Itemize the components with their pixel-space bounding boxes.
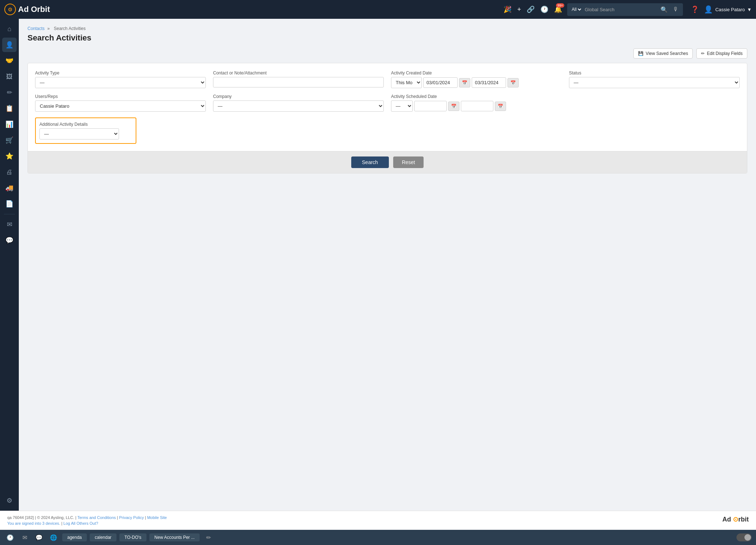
sidebar-item-delivery[interactable]: 🚚	[2, 181, 17, 195]
users-reps-group: Users/Reps Cassie Pataro	[35, 94, 206, 112]
activity-scheduled-start-calendar-button[interactable]: 📅	[448, 102, 459, 111]
sidebar-item-deals[interactable]: 🤝	[2, 53, 17, 68]
top-navigation: ⊙ Ad Orbit 🎉 + 🔗 🕐 🔔 99+ All 🔍 🎙 ❓ 👤 Cas…	[0, 0, 756, 19]
activity-type-label: Activity Type	[35, 70, 206, 76]
view-saved-label: View Saved Searches	[646, 51, 688, 56]
activity-created-start-input[interactable]	[423, 77, 458, 88]
sidebar-item-media[interactable]: 🖼	[2, 69, 17, 84]
footer-terms-link[interactable]: Terms and Conditions	[77, 515, 116, 520]
users-reps-select[interactable]: Cassie Pataro	[35, 100, 206, 112]
app-logo: ⊙ Ad Orbit	[4, 4, 50, 15]
search-submit-icon[interactable]: 🔍	[659, 5, 669, 14]
sidebar-item-orders[interactable]: 📋	[2, 101, 17, 116]
mic-icon[interactable]: 🎙	[671, 5, 680, 14]
footer-line-1: qa 76044 [182] | © 2024 Aysling, LLC. | …	[7, 515, 749, 520]
activity-created-end-calendar-button[interactable]: 📅	[507, 78, 519, 87]
status-select[interactable]: —	[569, 77, 740, 88]
footer-logout-link[interactable]: Log All Others Out?	[63, 521, 98, 525]
edit-display-fields-button[interactable]: ✏ Edit Display Fields	[696, 48, 747, 59]
company-select[interactable]: —	[213, 100, 384, 112]
contact-note-label: Contact or Note/Attachment	[213, 70, 384, 76]
sidebar-item-settings[interactable]: ⚙	[2, 493, 17, 508]
company-label: Company	[213, 94, 384, 99]
sidebar-item-mail[interactable]: ✉	[2, 217, 17, 232]
activity-created-end-input[interactable]	[472, 77, 506, 88]
breadcrumb: Contacts » Search Activities	[27, 26, 747, 31]
search-filter-select[interactable]: All	[570, 7, 582, 12]
sidebar-item-print[interactable]: 🖨	[2, 165, 17, 179]
sidebar-item-home[interactable]: ⌂	[2, 22, 17, 36]
user-menu[interactable]: 👤 Cassie Pataro ▼	[704, 5, 752, 14]
activity-scheduled-end-input[interactable]	[461, 101, 493, 111]
search-button[interactable]: Search	[351, 156, 389, 168]
taskbar-chat-icon[interactable]: 💬	[33, 532, 45, 543]
user-chevron-icon: ▼	[747, 7, 752, 12]
form-row-1: Activity Type — Contact or Note/Attachme…	[35, 70, 740, 88]
activity-created-preset-select[interactable]: This Mo	[391, 77, 422, 88]
contact-note-input[interactable]	[213, 77, 384, 87]
taskbar-edit-icon[interactable]: ✏	[203, 532, 214, 543]
activity-scheduled-preset-select[interactable]: —	[391, 100, 413, 112]
bottom-taskbar: 🕐 ✉ 💬 🌐 agenda calendar TO-DO's New Acco…	[0, 530, 756, 545]
footer: Ad ⊙rbit qa 76044 [182] | © 2024 Aysling…	[0, 511, 756, 530]
view-saved-searches-button[interactable]: 💾 View Saved Searches	[633, 48, 693, 59]
taskbar-clock-icon[interactable]: 🕐	[4, 532, 16, 543]
sidebar-item-contacts[interactable]: 👤	[2, 38, 17, 52]
sidebar-item-cart[interactable]: 🛒	[2, 133, 17, 147]
sidebar-item-document[interactable]: 📄	[2, 197, 17, 211]
app-body: ⌂ 👤 🤝 🖼 ✏ 📋 📊 🛒 ⭐ 🖨 🚚 📄 ✉ 💬 ⚙ Contacts »…	[0, 19, 756, 511]
footer-signed-in-link[interactable]: You are signed into 3 devices.	[7, 521, 60, 525]
activity-type-select[interactable]: —	[35, 77, 206, 88]
history-icon[interactable]: 🕐	[539, 4, 550, 15]
link-icon[interactable]: 🔗	[525, 4, 536, 15]
activity-created-date-group: Activity Created Date This Mo 📅 📅	[391, 70, 562, 88]
users-reps-label: Users/Reps	[35, 94, 206, 99]
main-content: Contacts » Search Activities Search Acti…	[19, 19, 756, 511]
taskbar-apps-icon[interactable]: 🌐	[48, 532, 59, 543]
taskbar-tab-new-accounts[interactable]: New Accounts Per ...	[149, 533, 200, 541]
activity-created-date-label: Activity Created Date	[391, 70, 562, 76]
activity-scheduled-date-label: Activity Scheduled Date	[391, 94, 562, 99]
notification-badge: 99+	[556, 3, 564, 8]
activity-scheduled-start-input[interactable]	[414, 101, 447, 111]
activity-created-start-calendar-button[interactable]: 📅	[459, 78, 470, 87]
reset-button[interactable]: Reset	[393, 156, 424, 168]
view-saved-icon: 💾	[638, 51, 644, 56]
toggle-knob	[744, 534, 751, 541]
activity-scheduled-date-group: Activity Scheduled Date — 📅 📅	[391, 94, 562, 112]
footer-logo: Ad ⊙rbit	[722, 515, 749, 523]
sidebar-item-edit[interactable]: ✏	[2, 85, 17, 100]
breadcrumb-separator: »	[47, 26, 50, 31]
logo-icon: ⊙	[4, 4, 16, 15]
celebrate-icon[interactable]: 🎉	[502, 4, 513, 15]
additional-activity-select[interactable]: —	[39, 128, 119, 140]
taskbar-tab-agenda[interactable]: agenda	[62, 533, 87, 541]
sidebar: ⌂ 👤 🤝 🖼 ✏ 📋 📊 🛒 ⭐ 🖨 🚚 📄 ✉ 💬 ⚙	[0, 19, 19, 511]
taskbar-tab-calendar[interactable]: calendar	[90, 533, 116, 541]
sidebar-item-favorites[interactable]: ⭐	[2, 149, 17, 163]
notifications-icon[interactable]: 🔔 99+	[553, 4, 564, 15]
sidebar-item-reports[interactable]: 📊	[2, 117, 17, 132]
help-icon[interactable]: ❓	[689, 4, 700, 15]
page-title: Search Activities	[27, 33, 747, 43]
additional-activity-details-section: Additional Activity Details —	[35, 117, 136, 144]
footer-mobile-link[interactable]: Mobile Site	[147, 515, 167, 520]
activity-scheduled-end-calendar-button[interactable]: 📅	[495, 102, 506, 111]
sidebar-item-messages[interactable]: 💬	[2, 233, 17, 248]
edit-display-label: Edit Display Fields	[707, 51, 743, 56]
logo-text: Ad Orbit	[18, 5, 50, 14]
taskbar-toggle[interactable]	[736, 533, 752, 541]
taskbar-tab-todos[interactable]: TO-DO's	[119, 533, 146, 541]
status-group: Status —	[569, 70, 740, 88]
footer-copyright: © 2024 Aysling, LLC.	[37, 515, 74, 520]
search-form-inner: Activity Type — Contact or Note/Attachme…	[28, 63, 747, 151]
add-icon[interactable]: +	[516, 4, 523, 15]
sidebar-divider	[4, 214, 15, 214]
additional-activity-label: Additional Activity Details	[39, 122, 132, 127]
breadcrumb-parent[interactable]: Contacts	[27, 26, 44, 31]
company-group: Company —	[213, 94, 384, 112]
global-search-input[interactable]	[585, 7, 657, 12]
toolbar: 💾 View Saved Searches ✏ Edit Display Fie…	[27, 48, 747, 59]
footer-privacy-link[interactable]: Privacy Policy	[119, 515, 144, 520]
taskbar-mail-icon[interactable]: ✉	[19, 532, 30, 543]
